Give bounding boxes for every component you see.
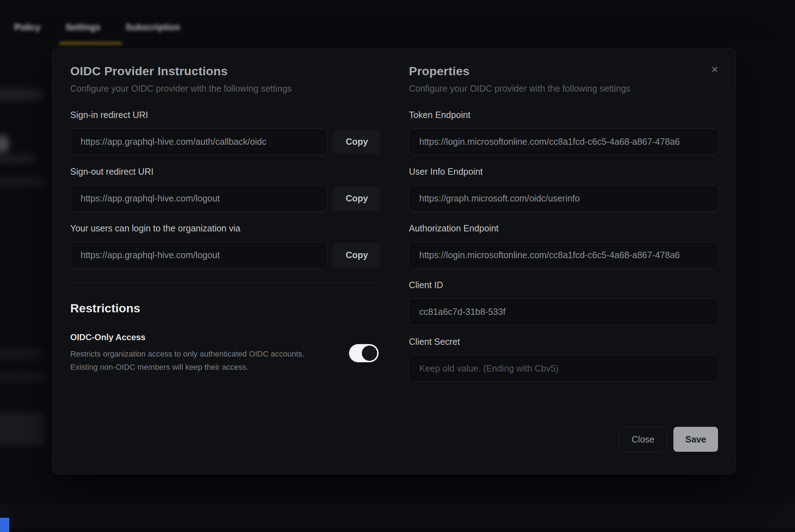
description-line-2: Existing non-OIDC members will keep thei…	[70, 363, 248, 372]
sign-in-redirect-row: Copy	[70, 128, 381, 155]
sign-out-redirect-label: Sign-out redirect URI	[70, 167, 381, 177]
oidc-only-access-texts: OIDC-Only Access Restricts organization …	[70, 332, 304, 374]
tab-bar: Policy Settings Subscription	[14, 22, 180, 32]
blurred-background-avatar	[0, 135, 9, 153]
authorization-endpoint-row	[409, 242, 719, 268]
close-button[interactable]: Close	[619, 427, 667, 452]
oidc-only-access-label: OIDC-Only Access	[70, 332, 304, 342]
user-info-endpoint-label: User Info Endpoint	[409, 167, 719, 177]
tab-settings[interactable]: Settings	[66, 22, 101, 32]
sign-in-redirect-input[interactable]	[70, 128, 327, 155]
oidc-only-access-toggle[interactable]	[349, 344, 379, 362]
token-endpoint-row	[409, 128, 719, 155]
restrictions-title: Restrictions	[70, 301, 381, 315]
instructions-column: OIDC Provider Instructions Configure you…	[70, 48, 381, 374]
client-secret-row	[409, 355, 719, 382]
save-button[interactable]: Save	[673, 427, 718, 452]
modal-actions: Close Save	[619, 427, 718, 452]
instructions-subtitle: Configure your OIDC provider with the fo…	[70, 83, 381, 94]
footer-band	[0, 503, 795, 532]
blurred-background-text	[0, 154, 36, 163]
section-divider	[70, 282, 381, 283]
top-band	[0, 0, 795, 42]
active-tab-underline	[59, 42, 122, 45]
blurred-background-text	[0, 372, 46, 382]
client-id-label: Client ID	[409, 280, 719, 290]
blurred-background-button	[0, 413, 45, 446]
properties-column: Properties Configure your OIDC provider …	[409, 48, 719, 382]
column-divider	[394, 48, 395, 474]
oidc-only-access-description: Restricts organization access to only au…	[70, 347, 304, 374]
copy-login-via-button[interactable]: Copy	[333, 243, 381, 267]
sign-out-redirect-input[interactable]	[70, 185, 327, 212]
authorization-endpoint-label: Authorization Endpoint	[409, 223, 719, 234]
client-secret-input[interactable]	[409, 355, 719, 382]
user-info-endpoint-row	[409, 185, 719, 212]
instructions-title: OIDC Provider Instructions	[70, 64, 381, 78]
sign-out-redirect-row: Copy	[70, 185, 381, 212]
sign-in-redirect-label: Sign-in redirect URI	[70, 110, 381, 120]
token-endpoint-input[interactable]	[409, 128, 719, 155]
toggle-knob	[362, 346, 377, 361]
login-via-label: Your users can login to the organization…	[70, 223, 381, 234]
client-id-input[interactable]	[409, 298, 719, 325]
bottom-left-blue-element	[0, 518, 9, 532]
tab-subscription[interactable]: Subscription	[125, 22, 180, 32]
oidc-provider-modal: × OIDC Provider Instructions Configure y…	[52, 48, 736, 474]
copy-sign-in-button[interactable]: Copy	[333, 130, 381, 154]
token-endpoint-label: Token Endpoint	[409, 110, 719, 120]
user-info-endpoint-input[interactable]	[409, 185, 719, 212]
oidc-only-access-row: OIDC-Only Access Restricts organization …	[70, 332, 381, 374]
client-secret-label: Client Secret	[409, 337, 719, 347]
properties-subtitle: Configure your OIDC provider with the fo…	[409, 83, 719, 94]
description-line-1: Restricts organization access to only au…	[70, 349, 304, 358]
properties-title: Properties	[409, 64, 719, 78]
login-via-row: Copy	[70, 242, 381, 268]
blurred-background-text	[0, 349, 43, 359]
copy-sign-out-button[interactable]: Copy	[333, 186, 381, 211]
tab-policy[interactable]: Policy	[14, 22, 41, 32]
login-via-input[interactable]	[70, 242, 327, 268]
client-id-row	[409, 298, 719, 325]
authorization-endpoint-input[interactable]	[409, 242, 719, 268]
blurred-background-text	[0, 177, 46, 186]
footer-band-dark	[0, 528, 795, 532]
blurred-background-text	[0, 88, 43, 101]
